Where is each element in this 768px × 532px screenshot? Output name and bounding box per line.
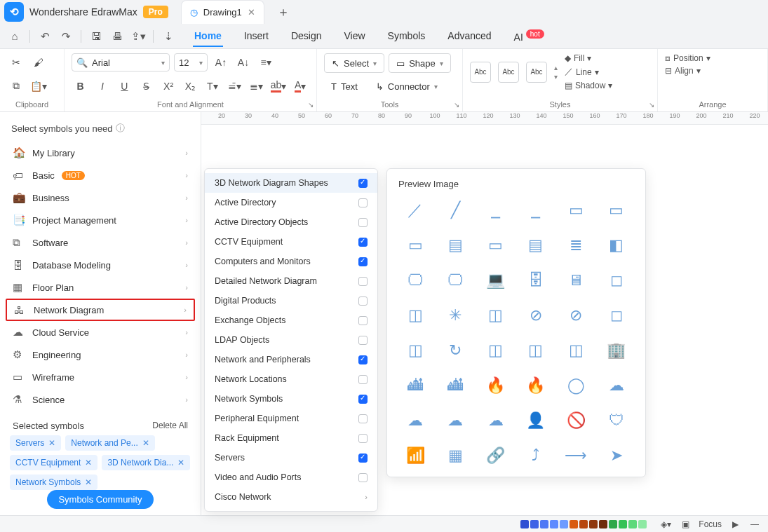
preview-shape-icon[interactable]: 🗄 [519,266,553,294]
submenu-item[interactable]: Servers [205,448,377,468]
preview-shape-icon[interactable]: ☁ [438,407,472,435]
strikethrough-icon[interactable]: S̶ [137,77,155,95]
copy-icon[interactable]: ⧉ [7,77,25,95]
preview-shape-icon[interactable]: ▭ [559,196,593,224]
checkbox[interactable] [358,434,368,443]
submenu-item[interactable]: Active Directory Objects [205,212,377,232]
preview-shape-icon[interactable]: ⎯ [479,196,513,224]
export-icon[interactable]: ⇪▾ [129,27,147,46]
color-swatch[interactable] [638,520,647,528]
text-case-icon[interactable]: T▾ [203,77,221,95]
color-swatch[interactable] [579,520,588,528]
sidebar-item-my-library[interactable]: 🏠 My Library › [6,142,195,164]
preview-shape-icon[interactable]: 🔥 [479,371,513,400]
bullets-icon[interactable]: ≣▾ [248,77,265,95]
checkbox[interactable] [358,395,368,404]
preview-shape-icon[interactable]: ◫ [479,301,513,329]
color-swatch[interactable] [619,520,627,528]
preview-shape-icon[interactable]: ⤴ [519,442,553,470]
preview-shape-icon[interactable]: 🖵 [398,266,432,294]
preview-shape-icon[interactable]: 🖵 [438,266,472,294]
checkbox[interactable] [358,375,368,384]
checkbox[interactable] [358,179,368,188]
preview-shape-icon[interactable]: ➤ [600,442,633,470]
checkbox[interactable] [358,316,368,325]
checkbox[interactable] [358,336,368,345]
preview-shape-icon[interactable]: ▦ [438,442,472,470]
color-swatch[interactable] [609,520,617,528]
close-icon[interactable]: ✕ [248,7,255,18]
preview-shape-icon[interactable]: 🖥 [559,266,593,294]
paste-icon[interactable]: 📋▾ [29,77,48,95]
color-swatch[interactable] [599,520,607,528]
home-icon[interactable]: ⌂ [6,27,24,46]
preview-shape-icon[interactable]: ⎯ [519,196,553,224]
color-swatch[interactable] [628,520,637,528]
submenu-item[interactable]: Digital Products [205,291,377,311]
preview-shape-icon[interactable]: ⊘ [559,301,593,329]
canvas-area[interactable]: 2030405060708090100110120130140150160170… [201,112,768,515]
play-icon[interactable]: ▶ [729,519,741,529]
bold-icon[interactable]: B [72,77,89,95]
selected-chip[interactable]: Network and Pe...✕ [65,435,154,451]
preview-shape-icon[interactable]: ◫ [398,301,432,329]
sidebar-item-project-management[interactable]: 📑 Project Management › [6,209,195,231]
font-color-icon[interactable]: A▾ [292,77,309,95]
sidebar-item-wireframe[interactable]: ▭ Wireframe › [6,366,195,388]
text-tool[interactable]: T Text [324,77,365,97]
underline-icon[interactable]: U [116,77,133,95]
sidebar-item-network-diagram[interactable]: 🖧 Network Diagram › [6,299,195,321]
menu-view[interactable]: View [343,26,367,47]
sidebar-item-database-modeling[interactable]: 🗄 Database Modeling › [6,254,195,276]
preview-shape-icon[interactable]: ☁ [479,407,513,435]
qa-customize-icon[interactable]: ⇣ [159,27,177,46]
preview-shape-icon[interactable]: 📶 [398,442,432,470]
cut-icon[interactable]: ✂ [7,53,25,71]
document-tab[interactable]: ◷ Drawing1 ✕ [181,0,264,24]
preview-shape-icon[interactable]: ↻ [438,336,472,364]
preview-shape-icon[interactable]: 🏢 [600,336,633,364]
text-highlight-icon[interactable]: ab▾ [269,77,287,95]
zoom-out-icon[interactable]: — [748,519,761,529]
remove-chip-icon[interactable]: ✕ [85,477,92,487]
shape-tool[interactable]: ▭ Shape▾ [389,53,451,73]
new-tab-button[interactable]: ＋ [277,4,290,20]
preview-shape-icon[interactable]: 🛡 [600,407,633,435]
undo-icon[interactable]: ↶ [36,27,54,46]
color-swatches[interactable] [520,520,647,528]
color-swatch[interactable] [520,520,529,528]
increase-font-icon[interactable]: A↑ [212,53,230,71]
submenu-item[interactable]: Network Symbols [205,389,377,409]
preview-shape-icon[interactable]: 💻 [479,266,513,294]
sidebar-item-business[interactable]: 💼 Business › [6,186,195,209]
checkbox[interactable] [358,453,368,463]
preview-shape-icon[interactable]: ◫ [559,336,593,364]
checkbox[interactable] [358,218,368,227]
submenu-item[interactable]: Cisco Network› [205,487,377,507]
font-name-select[interactable]: 🔍 Arial▾ [72,53,170,71]
submenu-item[interactable]: Peripheral Equipment [205,409,377,428]
checkbox[interactable] [358,414,368,423]
menu-advanced[interactable]: Advanced [446,26,492,47]
preview-shape-icon[interactable]: ◻ [600,266,633,294]
color-swatch[interactable] [560,520,568,528]
selected-chip[interactable]: 3D Network Dia...✕ [102,455,190,470]
style-preset-3[interactable]: Abc [526,62,547,83]
shadow-button[interactable]: ▤ Shadow ▾ [565,81,612,90]
preview-shape-icon[interactable]: ☁ [600,371,633,400]
preview-shape-icon[interactable]: ◻ [600,301,633,329]
preview-shape-icon[interactable]: ≣ [559,231,593,259]
sidebar-item-software[interactable]: ⧉ Software › [6,231,195,254]
preview-shape-icon[interactable]: 🔗 [479,442,513,470]
dialog-launcher-icon[interactable]: ↘ [649,101,654,109]
format-painter-icon[interactable]: 🖌 [29,53,48,71]
checkbox[interactable] [358,473,368,482]
print-icon[interactable]: 🖶 [108,27,126,46]
preview-shape-icon[interactable]: ▤ [438,231,472,259]
preview-shape-icon[interactable]: 👤 [519,407,553,435]
submenu-item[interactable]: Network and Peripherals [205,350,377,369]
preview-shape-icon[interactable]: 🚫 [559,407,593,435]
preview-shape-icon[interactable]: 🏙 [398,371,432,400]
preview-shape-icon[interactable]: ☁ [398,407,432,435]
align-button[interactable]: ⊟ Align▾ [665,66,760,76]
